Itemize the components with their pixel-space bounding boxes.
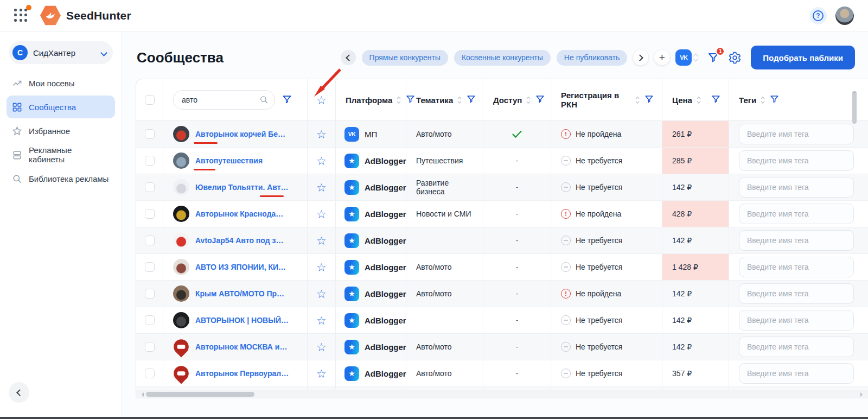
rkn-status-icon: ! <box>561 209 571 219</box>
community-link[interactable]: Авторынок Краснода… <box>195 210 283 218</box>
filter-chip[interactable]: Не публиковать <box>557 50 627 66</box>
sort-icon[interactable] <box>696 96 701 105</box>
column-header-platform: Платформа <box>346 96 392 105</box>
sidebar: C СидХантер Мои посевы Сообщества Избран… <box>0 31 122 419</box>
row-checkbox[interactable] <box>145 289 155 299</box>
platform-label: AdBlogger <box>365 210 406 219</box>
account-switcher[interactable]: C СидХантер <box>9 41 113 64</box>
community-link[interactable]: АВТО ИЗ ЯПОНИИ, КИ… <box>195 263 286 271</box>
row-checkbox[interactable] <box>145 342 155 352</box>
tag-input[interactable] <box>739 150 854 171</box>
price-value: 142 ₽ <box>672 342 692 351</box>
row-checkbox[interactable] <box>145 182 155 192</box>
tag-input[interactable] <box>739 310 854 331</box>
column-header-tags: Теги <box>739 96 756 105</box>
sort-icon[interactable] <box>760 96 765 105</box>
tag-input[interactable] <box>739 124 854 144</box>
sidebar-item-ad-library[interactable]: Библиотека рекламы <box>7 167 115 190</box>
access-filter-button[interactable] <box>535 94 545 106</box>
community-link[interactable]: Авторынок корчей Бе… <box>195 130 285 138</box>
favorite-star-button[interactable]: ☆ <box>316 368 327 379</box>
theme-filter-button[interactable] <box>466 94 476 106</box>
select-all-checkbox[interactable] <box>145 95 155 105</box>
favorite-star-button[interactable]: ☆ <box>316 262 327 273</box>
tag-input[interactable] <box>739 283 854 304</box>
apps-grid-icon[interactable] <box>14 9 28 23</box>
sidebar-item-favorites[interactable]: Избранное <box>7 119 115 142</box>
row-checkbox[interactable] <box>145 262 155 272</box>
tags-filter-button[interactable] <box>769 94 780 106</box>
sidebar-collapse-button[interactable] <box>9 382 29 403</box>
row-checkbox[interactable] <box>145 315 155 325</box>
community-link[interactable]: AvtoJap54 Авто под з… <box>195 236 283 245</box>
favorite-star-button[interactable]: ☆ <box>316 208 327 220</box>
community-link[interactable]: Авторынок МОСКВА и… <box>195 342 287 351</box>
community-link[interactable]: Ювелир Тольятти. Авт… <box>195 183 289 192</box>
chips-scroll-left-button[interactable] <box>341 50 356 65</box>
filter-chip[interactable]: Косвенные конкуренты <box>454 50 551 66</box>
community-link[interactable]: Автопутешествия <box>195 156 263 165</box>
price-value: 428 ₽ <box>672 210 692 218</box>
favorite-star-button[interactable]: ☆ <box>316 155 327 167</box>
app-logo[interactable]: SeedHunter <box>40 5 131 26</box>
top-bar: SeedHunter ? <box>0 0 868 31</box>
community-avatar <box>173 153 189 169</box>
scroll-right-arrow-icon[interactable] <box>860 392 865 397</box>
row-checkbox[interactable] <box>145 209 155 219</box>
scroll-left-arrow-icon[interactable] <box>139 392 144 397</box>
sort-icon[interactable] <box>635 96 640 105</box>
favorite-star-button[interactable]: ☆ <box>316 235 327 246</box>
tag-input[interactable] <box>739 177 854 198</box>
price-filter-button[interactable] <box>711 94 721 106</box>
sidebar-item-my-seeds[interactable]: Мои посевы <box>7 72 115 94</box>
favorite-star-button[interactable]: ☆ <box>316 129 327 140</box>
tag-input[interactable] <box>739 204 854 224</box>
row-checkbox[interactable] <box>145 156 155 166</box>
row-checkbox[interactable] <box>145 236 155 245</box>
rkn-filter-button[interactable] <box>644 94 654 106</box>
add-chip-button[interactable]: + <box>654 50 669 65</box>
sidebar-item-communities[interactable]: Сообщества <box>7 96 115 118</box>
help-button[interactable]: ? <box>809 7 827 24</box>
user-avatar[interactable] <box>835 7 854 25</box>
rkn-status-icon <box>561 342 571 352</box>
price-value: 1 428 ₽ <box>672 263 698 271</box>
favorite-star-button[interactable]: ☆ <box>316 341 327 353</box>
rkn-status-icon <box>561 182 571 192</box>
row-checkbox[interactable] <box>145 369 155 378</box>
sidebar-item-ad-accounts[interactable]: Рекламные кабинеты <box>7 143 115 166</box>
theme-label: Авто/мото <box>416 342 452 351</box>
settings-button[interactable] <box>728 51 742 65</box>
search-icon <box>259 95 269 104</box>
platform-selector[interactable]: VK <box>675 49 698 66</box>
horizontal-scrollbar-thumb[interactable] <box>146 392 254 397</box>
chips-scroll-right-button[interactable] <box>633 50 648 65</box>
filter-chip[interactable]: Прямые конкуренты <box>362 50 448 66</box>
community-link[interactable]: АВТОРЫНОК | НОВЫЙ… <box>195 316 289 325</box>
scroll-up-arrow-icon[interactable] <box>852 79 857 93</box>
name-filter-button[interactable] <box>282 94 292 106</box>
sort-icon[interactable] <box>526 96 531 105</box>
tag-input[interactable] <box>739 230 854 251</box>
community-link[interactable]: Авторынок Первоурал… <box>195 369 289 378</box>
sort-icon[interactable] <box>457 96 462 105</box>
access-dash: - <box>516 316 519 325</box>
row-checkbox[interactable] <box>145 129 155 139</box>
favorite-column-header-icon[interactable]: ☆ <box>316 94 327 106</box>
favorite-star-button[interactable]: ☆ <box>316 288 327 300</box>
sort-icon[interactable] <box>396 96 401 105</box>
tag-input[interactable] <box>739 363 854 384</box>
notification-dot <box>26 5 31 10</box>
favorite-star-button[interactable]: ☆ <box>316 315 327 326</box>
rkn-status-label: Не пройдена <box>576 289 621 298</box>
favorite-star-button[interactable]: ☆ <box>316 182 327 193</box>
vertical-scrollbar-thumb[interactable] <box>852 91 857 124</box>
select-publics-button[interactable]: Подобрать паблики <box>751 46 855 69</box>
community-link[interactable]: Крым АВТО/МОТО Пр… <box>195 289 284 298</box>
tag-input[interactable] <box>739 257 854 277</box>
platform-label: AdBlogger <box>365 342 406 352</box>
tag-input[interactable] <box>739 337 854 357</box>
filters-button[interactable]: 1 <box>707 51 720 64</box>
vertical-scrollbar[interactable] <box>852 81 857 391</box>
horizontal-scrollbar[interactable] <box>136 390 868 398</box>
